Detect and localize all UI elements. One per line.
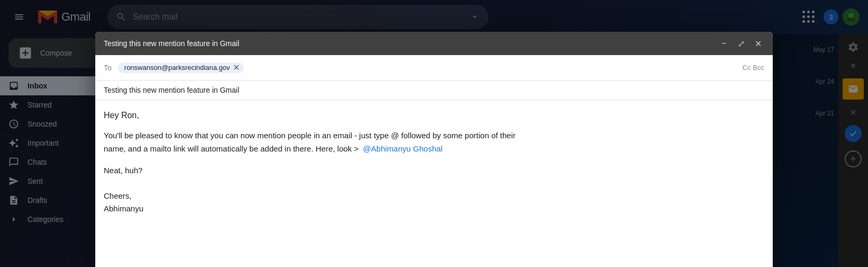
remove-recipient-button[interactable]: ✕ [233,64,240,72]
email-signoff: Cheers, Abhimanyu [104,190,764,215]
minimize-button[interactable]: − [718,37,730,50]
recipient-email: ronswanson@parksrecindiana.gov [124,64,230,72]
email-body: You'll be pleased to know that you can n… [104,129,764,156]
email-greeting: Hey Ron, [104,109,764,122]
subject-field[interactable]: Testing this new mention feature in Gmai… [95,81,773,100]
mention-link[interactable]: @Abhimanyu Ghoshal [363,144,442,153]
expand-button[interactable]: ⤢ [735,37,747,50]
to-label: To [104,64,112,72]
body-line1: You'll be pleased to know that you can n… [104,131,516,140]
close-compose-icon: ✕ [755,39,762,49]
compose-header-actions: − ⤢ ✕ [718,37,764,50]
cc-bcc-toggle[interactable]: Cc Bcc [743,64,764,72]
compose-header: Testing this new mention feature in Gmai… [95,32,773,55]
compose-text-area[interactable]: Hey Ron, You'll be pleased to know that … [95,100,773,267]
compose-overlay: Testing this new mention feature in Gmai… [0,0,868,267]
compose-window: Testing this new mention feature in Gmai… [95,32,773,267]
minimize-icon: − [721,39,726,48]
compose-window-title: Testing this new mention feature in Gmai… [104,39,239,48]
body-line2: name, and a mailto link will automatical… [104,144,359,153]
expand-icon: ⤢ [738,39,745,49]
recipient-chip[interactable]: ronswanson@parksrecindiana.gov ✕ [118,63,245,73]
compose-body: To ronswanson@parksrecindiana.gov ✕ Cc B… [95,55,773,267]
email-neat: Neat, huh? [104,164,764,177]
email-signature: Abhimanyu [104,202,764,215]
subject-text: Testing this new mention feature in Gmai… [104,86,239,94]
to-field[interactable]: To ronswanson@parksrecindiana.gov ✕ Cc B… [95,55,773,81]
close-compose-button[interactable]: ✕ [752,37,764,50]
